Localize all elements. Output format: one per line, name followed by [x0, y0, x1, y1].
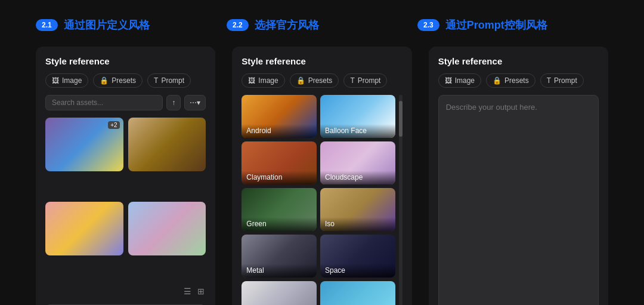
step-title-1: 通过图片定义风格	[64, 18, 150, 32]
image-preview-3	[45, 202, 123, 255]
image-card-3[interactable]	[45, 202, 123, 255]
image-card-4[interactable]	[128, 202, 206, 255]
menu-btn[interactable]: ⋯▾	[184, 95, 206, 110]
image-icon: 🖼	[52, 76, 59, 85]
image-preview-4	[128, 202, 206, 255]
search-row: ↑ ⋯▾	[45, 95, 206, 110]
style-card-android[interactable]: Android	[242, 95, 317, 138]
style-label-space: Space	[320, 264, 395, 278]
panel-1-tabs: 🖼 Image 🔒 Presets T Prompt	[45, 73, 206, 88]
step-label-1: 2.1 通过图片定义风格	[36, 18, 227, 32]
step-title-3: 通过Prompt控制风格	[445, 18, 547, 32]
tab-image-2[interactable]: 🖼 Image	[242, 73, 284, 88]
step-label-3: 2.3 通过Prompt控制风格	[417, 18, 608, 32]
style-label-cloudscape: Cloudscape	[320, 171, 395, 184]
tab-presets-3[interactable]: 🔒 Presets	[486, 73, 535, 88]
style-card-cloudscape[interactable]: Cloudscape	[320, 141, 395, 184]
style-card-last2[interactable]	[320, 281, 395, 305]
scrollbar-thumb[interactable]	[399, 101, 402, 137]
style-label-android: Android	[242, 124, 317, 138]
image-preview-2	[128, 118, 206, 171]
panel-presets-style: Style reference 🖼 Image 🔒 Presets T Prom…	[232, 47, 411, 305]
step-title-2: 选择官方风格	[255, 18, 319, 32]
style-card-last1[interactable]	[242, 281, 317, 305]
panel-2-tabs: 🖼 Image 🔒 Presets T Prompt	[242, 73, 402, 88]
prompt-t-icon-3: T	[547, 76, 551, 85]
scrollbar-track[interactable]	[399, 95, 402, 305]
presets-icon-3: 🔒	[493, 76, 501, 85]
image-icon-3: 🖼	[445, 76, 452, 85]
panel-image-style: Style reference 🖼 Image 🔒 Presets T Prom…	[36, 47, 215, 305]
upload-icon-btn[interactable]: ↑	[166, 95, 181, 110]
panel-3-tabs: 🖼 Image 🔒 Presets T Prompt	[438, 73, 599, 88]
tab-prompt-3[interactable]: T Prompt	[540, 73, 584, 88]
image-card-2[interactable]: isux.mj_A_capyb... ↑	[128, 118, 206, 171]
tab-prompt-2[interactable]: T Prompt	[343, 73, 387, 88]
style-card-metal[interactable]: Metal	[242, 235, 317, 278]
style-label-metal: Metal	[242, 264, 317, 278]
step-label-2: 2.2 选择官方风格	[227, 18, 417, 32]
panel-3-title: Style reference	[438, 56, 599, 66]
style-card-green[interactable]: Green	[242, 188, 317, 231]
panel-prompt-style: Style reference 🖼 Image 🔒 Presets T Prom…	[429, 47, 608, 305]
tab-image-3[interactable]: 🖼 Image	[438, 73, 481, 88]
grid-view-btn[interactable]: ⊞	[196, 285, 206, 297]
style-grid: Android Balloon Face Claymation Cloudsca…	[242, 95, 402, 305]
prompt-textarea[interactable]	[438, 95, 599, 305]
tab-image-1[interactable]: 🖼 Image	[45, 73, 88, 88]
style-card-balloon[interactable]: Balloon Face	[320, 95, 395, 138]
image-grid: +2 Demo Images ↑ isux.mj_A_capyb... ↑	[45, 118, 206, 281]
image-icon-2: 🖼	[248, 76, 255, 85]
panel-1-title: Style reference	[45, 56, 206, 66]
panels-row: Style reference 🖼 Image 🔒 Presets T Prom…	[36, 47, 608, 305]
style-card-claymation[interactable]: Claymation	[242, 141, 317, 184]
list-view-btn[interactable]: ☰	[182, 285, 193, 297]
presets-icon-2: 🔒	[296, 76, 305, 85]
image-badge: +2	[108, 121, 119, 129]
presets-icon: 🔒	[100, 76, 109, 85]
tab-presets-1[interactable]: 🔒 Presets	[93, 73, 143, 88]
tab-prompt-1[interactable]: T Prompt	[147, 73, 191, 88]
style-card-space[interactable]: Space	[320, 235, 395, 278]
step-badge-2: 2.2	[227, 19, 249, 31]
style-label-balloon: Balloon Face	[320, 124, 395, 138]
panel-2-title: Style reference	[242, 56, 402, 66]
tab-presets-2[interactable]: 🔒 Presets	[290, 73, 339, 88]
image-card-1[interactable]: +2 Demo Images ↑	[45, 118, 123, 171]
style-label-green: Green	[242, 217, 317, 231]
view-toggle: ☰ ⊞	[45, 285, 206, 297]
style-grid-wrapper: Android Balloon Face Claymation Cloudsca…	[242, 95, 402, 305]
top-labels-row: 2.1 通过图片定义风格 2.2 选择官方风格 2.3 通过Prompt控制风格	[36, 18, 608, 32]
step-badge-1: 2.1	[36, 19, 58, 31]
style-label-iso: Iso	[320, 217, 395, 231]
search-input[interactable]	[45, 95, 163, 110]
style-label-claymation: Claymation	[242, 171, 317, 184]
prompt-t-icon-2: T	[350, 76, 354, 85]
style-card-iso[interactable]: Iso	[320, 188, 395, 231]
prompt-t-icon: T	[154, 76, 158, 85]
step-badge-3: 2.3	[417, 19, 439, 31]
